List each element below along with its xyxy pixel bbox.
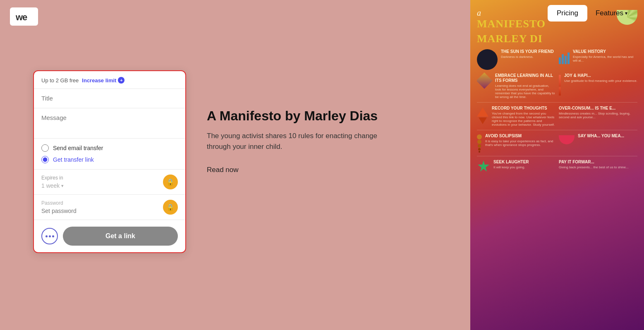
triangle-icon [477, 108, 488, 124]
pricing-button[interactable]: Pricing [548, 5, 587, 22]
manifesto-author: MARLEY DI [477, 33, 637, 45]
password-input[interactable] [41, 208, 114, 214]
svg-text:we: we [15, 12, 27, 22]
right-panel: a MANIFESTO MARLEY DI THE SUN IS YOUR FR… [470, 0, 644, 330]
get-link-button[interactable]: Get a link [63, 227, 178, 246]
manifesto-item-say: SAY WHA... YOU MEA... [559, 134, 637, 153]
sun-body: Darkness is darkness. [501, 55, 554, 59]
manifesto-title: MANIFESTO [477, 18, 546, 30]
divider-3 [477, 156, 637, 156]
bars-icon [559, 49, 570, 64]
svg-marker-2 [478, 160, 489, 172]
manifesto-item-sun: THE SUN IS YOUR FRIEND Darkness is darkn… [477, 49, 555, 70]
manifesto-item-payforward: PAY IT FORWAR... Giving back presents...… [559, 160, 637, 175]
record-title: RECORD YOUR THOUGHTS [492, 106, 555, 111]
manifesto-item-laughter: SEEK LAUGHTER It will keep you going. [477, 160, 555, 175]
more-options-button[interactable] [41, 228, 58, 244]
plus-circle-icon: + [118, 77, 124, 84]
password-inner: Password [41, 200, 114, 214]
lips-icon [559, 135, 575, 144]
article-description: The young activist shares 10 rules for e… [207, 131, 381, 153]
email-radio[interactable] [41, 144, 49, 152]
more-dots-icon [45, 235, 54, 237]
expires-inner: Expires in 1 week ▾ [41, 175, 64, 189]
divider-2 [477, 130, 637, 130]
increase-label: Increase limit [82, 77, 116, 84]
panel-header: Up to 2 GB free Increase limit + [34, 71, 185, 89]
learning-body: Learning does not end at graduation, loo… [495, 84, 555, 99]
manifesto-item-overconsume: OVER-CONSUM... IS THE E... Mindlessness … [559, 106, 637, 127]
manifesto-item-record: RECORD YOUR THOUGHTS You've changed from… [477, 106, 555, 127]
expires-value-text: 1 week [41, 182, 60, 189]
solipsism-body: It is easy to take your experiences as f… [485, 139, 555, 147]
features-label: Features [596, 9, 623, 17]
overconsume-body: Mindlessness creates m... Stop scrolling… [559, 112, 637, 119]
manifesto-item-value: VALUE HISTORY Especially for America, th… [559, 49, 637, 70]
read-now-link[interactable]: Read now [207, 166, 239, 174]
expires-lock-icon: 🔒 [163, 175, 178, 189]
article-content: A Manifesto by Marley Dias The young act… [207, 108, 381, 174]
expires-section: Expires in 1 week ▾ 🔒 [34, 170, 185, 195]
radio-section: Send email transfer Get transfer link [34, 139, 185, 170]
panel-footer: Get a link [34, 220, 185, 252]
email-radio-item[interactable]: Send email transfer [41, 144, 178, 152]
storage-text: Up to 2 GB free [41, 77, 79, 84]
upload-panel: Up to 2 GB free Increase limit + Send em… [33, 70, 186, 253]
link-radio[interactable] [41, 156, 49, 163]
title-input[interactable] [41, 95, 178, 102]
sun-title: THE SUN IS YOUR FRIEND [501, 49, 554, 54]
sun-icon [477, 49, 498, 70]
joy-body: Use gratitude to find meaning with your … [564, 79, 637, 83]
top-nav: Pricing Features ▾ [538, 0, 644, 26]
overconsume-title: OVER-CONSUM... IS THE E... [559, 106, 637, 111]
shell-icon [477, 134, 482, 153]
expires-chevron-icon: ▾ [61, 183, 64, 189]
message-field[interactable] [34, 108, 185, 139]
password-section: Password 🔒 [34, 195, 185, 220]
laughter-title: SEEK LAUGHTER [493, 160, 529, 165]
diamond-icon [477, 72, 493, 89]
message-input[interactable] [41, 114, 178, 121]
manifesto-bg: a MANIFESTO MARLEY DI THE SUN IS YOUR FR… [470, 0, 644, 330]
joy-icon [559, 75, 561, 96]
manifesto-item-joy: JOY & HAPI... Use gratitude to find mean… [559, 73, 637, 99]
expires-dropdown[interactable]: 1 week ▾ [41, 182, 64, 189]
link-radio-item[interactable]: Get transfer link [41, 156, 178, 163]
expires-label: Expires in [41, 175, 64, 181]
divider-1 [477, 102, 637, 103]
payforward-body: Giving back presents... the best of us t… [559, 165, 637, 169]
logo[interactable]: we [10, 7, 38, 26]
value-body: Especially for America, the world has an… [573, 55, 637, 62]
email-radio-label: Send email transfer [53, 145, 103, 151]
payforward-title: PAY IT FORWAR... [559, 160, 637, 165]
manifesto-item-learning: EMBRACE LEARNING IN ALL ITS FORMS Learni… [477, 73, 555, 99]
password-label: Password [41, 200, 114, 206]
star-icon [477, 160, 490, 175]
value-title: VALUE HISTORY [573, 49, 637, 54]
article-title: A Manifesto by Marley Dias [207, 108, 381, 124]
joy-title: JOY & HAPI... [564, 73, 637, 78]
increase-limit-link[interactable]: Increase limit + [82, 77, 124, 84]
solipsism-title: AVOID SOLIPSISM [485, 134, 555, 139]
learning-title: EMBRACE LEARNING IN ALL ITS FORMS [495, 73, 555, 83]
features-button[interactable]: Features ▾ [589, 5, 634, 22]
manifesto-item-solipsism: AVOID SOLIPSISM It is easy to take your … [477, 134, 555, 153]
chevron-down-icon: ▾ [625, 10, 627, 16]
manifesto-a-text: a [477, 8, 546, 18]
link-radio-label: Get transfer link [53, 156, 94, 163]
title-field[interactable] [34, 89, 185, 108]
record-body: You've changed from the second you click… [492, 112, 555, 127]
say-title: SAY WHA... YOU MEA... [578, 134, 624, 139]
laughter-body: It will keep you going. [493, 165, 529, 169]
password-lock-icon: 🔒 [163, 200, 178, 215]
